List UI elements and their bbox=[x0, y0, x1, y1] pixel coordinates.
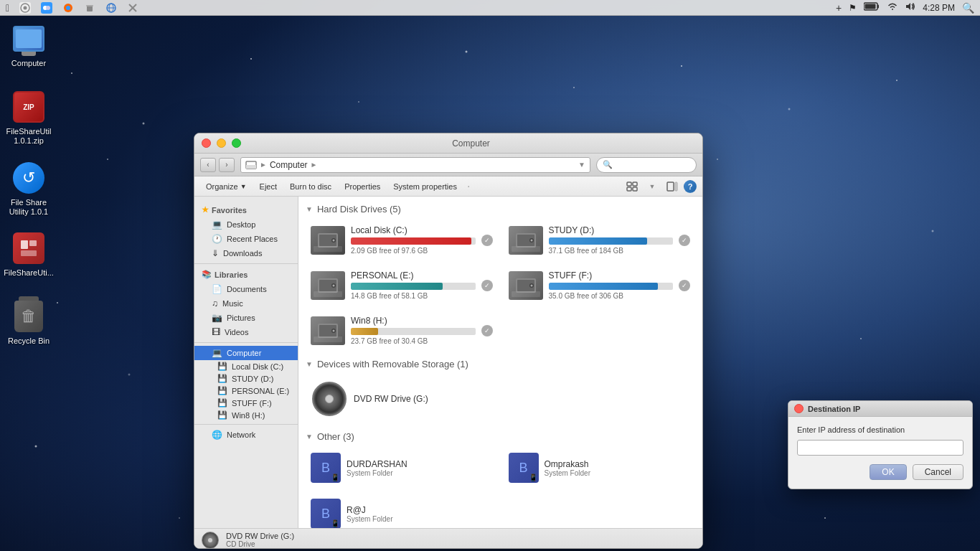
svg-rect-46 bbox=[627, 182, 631, 186]
other-items-grid: B 📱 DURDARSHAN System Folder B 📱 bbox=[306, 448, 695, 528]
svg-rect-51 bbox=[675, 182, 677, 191]
cancel-button[interactable]: Cancel bbox=[913, 464, 963, 480]
sidebar-desktop[interactable]: 💻 Desktop bbox=[194, 217, 298, 232]
other-title: Other (3) bbox=[317, 431, 354, 442]
share-utility-icon[interactable]: ↺ File ShareUtility 1.0.1 bbox=[4, 161, 54, 217]
system-properties-menu[interactable]: System properties bbox=[387, 179, 463, 194]
sidebar-network[interactable]: 🌐 Network bbox=[194, 428, 298, 442]
zip-shape: ZIP bbox=[13, 91, 44, 123]
window-titlebar: Computer bbox=[194, 133, 702, 154]
search-box[interactable]: 🔍 bbox=[596, 157, 697, 173]
firefox-icon[interactable] bbox=[62, 2, 74, 14]
dialog-close-button[interactable] bbox=[794, 404, 804, 413]
computer-desktop-icon[interactable]: Computer bbox=[4, 22, 54, 68]
address-dropdown[interactable]: ▼ bbox=[578, 161, 585, 169]
window-toolbar: ‹ › ► Computer ► ▼ 🔍 bbox=[194, 154, 702, 176]
svg-rect-38 bbox=[877, 5, 879, 9]
drive-win8-h[interactable]: Win8 (H:) 23.7 GB free of 30.4 GB ✓ bbox=[306, 311, 498, 350]
burn-menu[interactable]: Burn to disc bbox=[284, 179, 337, 194]
svg-rect-31 bbox=[86, 5, 93, 6]
drive-d-size: 37.1 GB free of 184 GB bbox=[549, 247, 674, 255]
desktop-icons: Computer ZIP FileShareUtil1.0.1.zip ↺ Fi… bbox=[4, 22, 54, 346]
fileshare-zip-icon[interactable]: ZIP FileShareUtil1.0.1.zip bbox=[4, 90, 54, 146]
view-arrow-button[interactable]: ▼ bbox=[644, 179, 661, 194]
drive-f-icon bbox=[509, 271, 543, 300]
sidebar-pictures[interactable]: 📷 Pictures bbox=[194, 311, 298, 325]
sidebar-local-c[interactable]: 💾 Local Disk (C:) bbox=[194, 360, 298, 372]
network-section: 🌐 Network bbox=[194, 428, 298, 442]
sidebar-music[interactable]: ♫ Music bbox=[194, 296, 298, 311]
organize-menu[interactable]: Organize ▼ bbox=[200, 179, 253, 194]
recycle-bin-label: Recycle Bin bbox=[8, 336, 50, 346]
pictures-icon: 📷 bbox=[212, 313, 222, 323]
sidebar-stuff-f[interactable]: 💾 STUFF (F:) bbox=[194, 397, 298, 409]
drive-personal-e[interactable]: PERSONAL (E:) 14.8 GB free of 58.1 GB ✓ bbox=[306, 265, 498, 305]
view-tiles-button[interactable] bbox=[623, 179, 641, 194]
recent-places-icon: 🕐 bbox=[212, 234, 222, 244]
drive-h-icon bbox=[311, 316, 345, 345]
local-c-label: Local Disk (C:) bbox=[232, 362, 283, 371]
sidebar-study-d[interactable]: 💾 STUDY (D:) bbox=[194, 372, 298, 385]
properties-menu[interactable]: Properties bbox=[339, 179, 386, 194]
recycle-bin-icon[interactable]: 🗑 Recycle Bin bbox=[4, 299, 54, 346]
drive-study-d[interactable]: STUDY (D:) 37.1 GB free of 184 GB ✓ bbox=[504, 220, 696, 260]
volume-icon bbox=[905, 2, 915, 13]
raj-type: System Folder bbox=[347, 515, 392, 523]
status-dvd-icon bbox=[202, 532, 219, 549]
personal-e-label: PERSONAL (E:) bbox=[232, 387, 289, 395]
svg-rect-30 bbox=[87, 6, 93, 11]
drive-local-c[interactable]: Local Disk (C:) 2.09 GB free of 97.6 GB … bbox=[306, 220, 498, 260]
search-menubar-icon[interactable]: 🔍 bbox=[962, 2, 974, 14]
svg-point-29 bbox=[66, 6, 70, 10]
sidebar-downloads[interactable]: ⇓ Downloads bbox=[194, 246, 298, 260]
computer-sidebar-label: Computer bbox=[227, 349, 261, 357]
svg-point-27 bbox=[46, 6, 50, 10]
checkmark-h: ✓ bbox=[481, 325, 493, 336]
ip-input[interactable] bbox=[797, 440, 963, 456]
checkmark-d: ✓ bbox=[679, 235, 690, 246]
sidebar-win8-h[interactable]: 💾 Win8 (H:) bbox=[194, 409, 298, 421]
other-durdarshan[interactable]: B 📱 DURDARSHAN System Folder bbox=[306, 448, 498, 488]
trash-menu-icon[interactable] bbox=[84, 2, 95, 14]
view-controls: ▼ ? bbox=[623, 179, 697, 194]
maximize-button[interactable] bbox=[232, 138, 241, 148]
ok-button[interactable]: OK bbox=[870, 464, 906, 480]
sidebar-documents[interactable]: 📄 Documents bbox=[194, 282, 298, 296]
dvd-inner-ring bbox=[325, 395, 334, 403]
address-bar[interactable]: ► Computer ► ▼ bbox=[240, 157, 590, 173]
preview-button[interactable] bbox=[664, 179, 681, 194]
destination-ip-dialog: Destination IP Enter IP address of desti… bbox=[788, 400, 973, 489]
sidebar-computer[interactable]: 💻 Computer bbox=[194, 346, 298, 360]
wifi-icon bbox=[887, 2, 898, 13]
finder-icon[interactable] bbox=[41, 2, 52, 14]
close-button[interactable] bbox=[202, 138, 211, 148]
back-button[interactable]: ‹ bbox=[200, 158, 216, 172]
dvd-drive-item[interactable]: DVD RW Drive (G:) bbox=[306, 375, 501, 423]
computer-addr-icon bbox=[245, 160, 257, 170]
svg-point-71 bbox=[333, 329, 335, 331]
scissors-icon[interactable] bbox=[127, 2, 138, 14]
sidebar-recent-places[interactable]: 🕐 Recent Places bbox=[194, 232, 298, 246]
drive-f-name: STUFF (F:) bbox=[549, 270, 674, 281]
apple-menu-icon[interactable]:  bbox=[6, 2, 9, 14]
svg-point-67 bbox=[530, 284, 532, 286]
zip-label: FileShareUtil1.0.1.zip bbox=[6, 127, 52, 146]
drive-stuff-f[interactable]: STUFF (F:) 35.0 GB free of 306 GB ✓ bbox=[504, 265, 696, 305]
sidebar-divider-2 bbox=[194, 342, 298, 343]
globe-icon[interactable] bbox=[105, 2, 117, 14]
sidebar-videos[interactable]: 🎞 Videos bbox=[194, 325, 298, 339]
help-button[interactable]: ? bbox=[684, 180, 697, 193]
drive-f-bar bbox=[549, 283, 659, 290]
other-raj[interactable]: B 📱 R@J System Folder bbox=[306, 494, 498, 528]
other-omprakash[interactable]: B 📱 Omprakash System Folder bbox=[504, 448, 696, 488]
fileshare-app-icon[interactable]: FileShareUti... bbox=[4, 231, 54, 278]
chrome-icon[interactable] bbox=[19, 2, 31, 14]
drives-grid: Local Disk (C:) 2.09 GB free of 97.6 GB … bbox=[306, 220, 695, 350]
section-arrow-1: ▼ bbox=[306, 205, 313, 213]
forward-button[interactable]: › bbox=[219, 158, 235, 172]
eject-menu[interactable]: Eject bbox=[254, 179, 283, 194]
sidebar-personal-e[interactable]: 💾 PERSONAL (E:) bbox=[194, 385, 298, 397]
trash-shape: 🗑 bbox=[14, 301, 43, 332]
svg-rect-43 bbox=[21, 250, 37, 256]
minimize-button[interactable] bbox=[217, 138, 226, 148]
